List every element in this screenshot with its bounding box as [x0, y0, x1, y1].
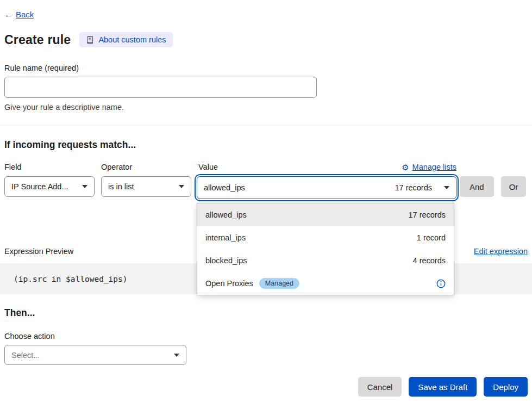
operator-select-value: is in list — [108, 182, 134, 191]
then-heading: Then... — [4, 307, 528, 319]
about-custom-rules-link[interactable]: About custom rules — [79, 32, 172, 47]
footer-actions: Cancel Save as Draft Deploy — [4, 377, 528, 397]
match-column-labels: Field Operator Value ⚙ Manage lists — [4, 163, 528, 171]
manage-lists-label: Manage lists — [412, 163, 456, 171]
choose-action-label: Choose action — [4, 332, 528, 341]
dropdown-item-blocked-ips[interactable]: blocked_ips 4 records — [197, 249, 454, 272]
field-select[interactable]: IP Source Add... — [4, 176, 95, 197]
list-item-records: 4 records — [413, 256, 446, 265]
list-item-name: internal_ips — [205, 233, 246, 242]
dropdown-item-allowed-ips[interactable]: allowed_ips 17 records — [197, 203, 454, 226]
chevron-down-icon — [82, 185, 87, 188]
value-select-meta: 17 records — [395, 183, 432, 192]
chevron-down-icon — [444, 186, 449, 189]
chevron-down-icon — [174, 354, 179, 357]
chevron-down-icon — [179, 185, 184, 188]
section-divider — [0, 126, 532, 126]
value-dropdown-menu: allowed_ips 17 records internal_ips 1 re… — [197, 203, 454, 295]
field-select-value: IP Source Add... — [11, 182, 68, 191]
back-link[interactable]: ← Back — [4, 10, 34, 19]
list-item-records: 17 records — [408, 211, 446, 219]
rule-name-input[interactable] — [4, 77, 317, 98]
or-button[interactable]: Or — [501, 176, 527, 197]
save-as-draft-button[interactable]: Save as Draft — [409, 377, 477, 397]
action-select-placeholder: Select... — [11, 351, 40, 360]
operator-select[interactable]: is in list — [101, 176, 191, 197]
match-condition-row: IP Source Add... is in list allowed_ips … — [4, 176, 528, 199]
page-title: Create rule — [4, 33, 71, 47]
operator-label: Operator — [101, 163, 191, 171]
list-item-records: 1 record — [417, 233, 446, 242]
expression-code-text: (ip.src in $allowed_ips) — [14, 275, 128, 283]
field-label: Field — [4, 163, 95, 171]
edit-expression-link[interactable]: Edit expression — [474, 247, 528, 256]
title-row: Create rule About custom rules — [4, 32, 528, 47]
list-item-name: Open Proxies — [205, 279, 253, 288]
book-icon — [86, 36, 94, 44]
cancel-button[interactable]: Cancel — [358, 377, 402, 397]
value-label: Value — [198, 163, 218, 171]
action-select[interactable]: Select... — [4, 345, 186, 365]
value-select[interactable]: allowed_ips 17 records — [197, 176, 456, 199]
managed-badge: Managed — [259, 278, 299, 289]
and-button[interactable]: And — [460, 176, 494, 197]
back-arrow-icon: ← — [4, 10, 13, 19]
rule-name-label: Rule name (required) — [4, 64, 528, 72]
expression-preview-label: Expression Preview — [4, 247, 73, 256]
value-select-value: allowed_ips — [204, 183, 395, 192]
rule-name-help: Give your rule a descriptive name. — [4, 103, 528, 112]
list-item-name: allowed_ips — [205, 211, 247, 219]
deploy-button[interactable]: Deploy — [484, 377, 528, 397]
about-custom-rules-label: About custom rules — [98, 35, 166, 44]
back-link-label: Back — [16, 10, 34, 19]
gear-icon: ⚙ — [402, 163, 409, 171]
list-item-name: blocked_ips — [205, 256, 247, 265]
manage-lists-link[interactable]: ⚙ Manage lists — [402, 163, 456, 171]
dropdown-item-internal-ips[interactable]: internal_ips 1 record — [197, 226, 454, 249]
create-rule-page: ← Back Create rule About custom rules Ru… — [0, 0, 532, 402]
match-heading: If incoming requests match... — [4, 139, 528, 151]
info-icon[interactable] — [436, 279, 446, 288]
dropdown-item-open-proxies[interactable]: Open Proxies Managed — [197, 272, 454, 295]
